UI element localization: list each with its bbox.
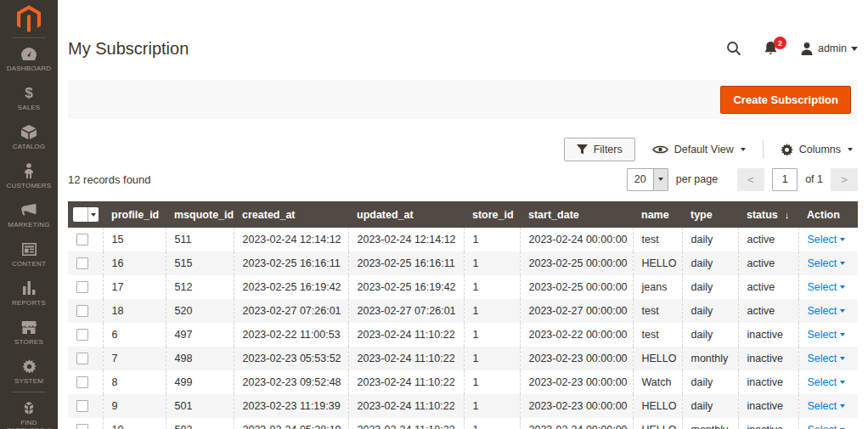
cell-profile_id: 6 <box>103 323 166 347</box>
app-root: DASHBOARD$SALESCATALOGCUSTOMERSMARKETING… <box>0 0 868 429</box>
columns-selector[interactable]: Columns <box>775 140 858 160</box>
cell-msquote_id: 520 <box>166 299 234 323</box>
row-checkbox[interactable] <box>76 424 88 429</box>
sidebar-item-label: DASHBOARD <box>7 65 51 72</box>
chevron-down-icon <box>840 357 845 360</box>
sidebar-item-content[interactable]: CONTENT <box>0 235 58 274</box>
cell-updated_at: 2023-02-27 07:26:01 <box>348 299 464 323</box>
sidebar-item-label: SYSTEM <box>14 377 43 385</box>
grid-controls: 12 records found 20 per page < of 1 > <box>68 164 858 195</box>
cell-created_at: 2023-02-22 11:00:53 <box>234 323 348 347</box>
select-all-dropdown[interactable] <box>73 207 99 222</box>
cell-checkbox <box>68 251 103 275</box>
per-page-select[interactable]: 20 <box>627 168 668 191</box>
cell-start_date: 2023-02-27 00:00:00 <box>520 299 633 323</box>
prev-page-button[interactable]: < <box>737 168 764 191</box>
cell-name: HELLO <box>633 347 682 370</box>
cell-type: daily <box>682 251 738 275</box>
sidebar-item-label: FIND PARTNERS & EXTENSIONS <box>2 419 56 429</box>
column-header-action[interactable]: Action <box>798 201 858 228</box>
cell-store_id: 1 <box>464 228 520 251</box>
notifications-button[interactable]: 2 <box>764 41 778 56</box>
cell-created_at: 2023-02-23 05:53:52 <box>234 347 348 370</box>
row-action-select[interactable]: Select <box>808 257 846 269</box>
sidebar-item-label: REPORTS <box>12 299 46 307</box>
column-header-name[interactable]: name <box>633 201 682 228</box>
cell-action: Select <box>798 394 858 418</box>
row-action-select[interactable]: Select <box>808 353 846 364</box>
row-action-select[interactable]: Select <box>808 400 846 412</box>
create-subscription-button[interactable]: Create Subscription <box>720 86 851 114</box>
row-action-select[interactable]: Select <box>808 234 846 246</box>
row-checkbox[interactable] <box>76 305 88 317</box>
cell-name: HELLO <box>633 418 682 429</box>
column-header-start_date[interactable]: start_date <box>520 201 633 228</box>
chevron-down-icon <box>840 381 845 384</box>
sidebar-item-reports[interactable]: REPORTS <box>0 274 58 313</box>
column-header-created_at[interactable]: created_at <box>234 201 348 228</box>
main-content: My Subscription 2 <box>58 0 868 429</box>
sidebar-item-sales[interactable]: $SALES <box>0 79 58 118</box>
filters-button[interactable]: Filters <box>564 138 635 161</box>
row-checkbox[interactable] <box>76 353 88 364</box>
chevron-down-icon <box>840 285 845 289</box>
row-checkbox[interactable] <box>76 329 88 341</box>
cell-created_at: 2023-02-24 12:14:12 <box>234 228 348 251</box>
admin-menu[interactable]: admin <box>800 42 858 55</box>
column-header-updated_at[interactable]: updated_at <box>348 201 464 228</box>
column-header-store_id[interactable]: store_id <box>464 201 520 228</box>
cell-store_id: 1 <box>464 323 520 347</box>
next-page-button[interactable]: > <box>831 168 858 191</box>
cell-created_at: 2023-02-24 05:28:19 <box>234 418 348 429</box>
subscriptions-table: profile_idmsquote_idcreated_atupdated_at… <box>68 201 858 429</box>
row-action-select[interactable]: Select <box>808 305 846 317</box>
sidebar-item-marketing[interactable]: MARKETING <box>0 196 58 235</box>
dashboard-icon <box>21 46 37 61</box>
current-page-input[interactable] <box>772 168 798 191</box>
cell-created_at: 2023-02-27 07:26:01 <box>234 299 348 323</box>
cell-action: Select <box>798 299 858 323</box>
content-icon <box>22 241 37 257</box>
cell-msquote_id: 515 <box>166 251 234 275</box>
sidebar-item-system[interactable]: SYSTEM <box>0 353 58 392</box>
cell-name: jeans <box>633 275 682 299</box>
search-button[interactable] <box>726 41 741 56</box>
chevron-down-icon <box>840 404 845 408</box>
sidebar-item-customers[interactable]: CUSTOMERS <box>0 157 58 196</box>
row-checkbox[interactable] <box>76 400 88 412</box>
chevron-down-icon <box>851 47 858 51</box>
sidebar-item-label: MARKETING <box>8 221 49 229</box>
row-action-select[interactable]: Select <box>808 329 846 341</box>
row-action-select[interactable]: Select <box>808 424 846 429</box>
table-row: 165152023-02-25 16:16:112023-02-25 16:16… <box>68 251 858 275</box>
cell-status: active <box>738 251 798 275</box>
column-header-type[interactable]: type <box>682 201 738 228</box>
cell-created_at: 2023-02-23 11:19:39 <box>234 394 348 418</box>
cell-msquote_id: 497 <box>166 323 234 347</box>
table-row: 95012023-02-23 11:19:392023-02-24 11:10:… <box>68 394 858 418</box>
per-page-value: 20 <box>628 169 653 190</box>
table-row: 64972023-02-22 11:00:532023-02-24 11:10:… <box>68 323 858 347</box>
view-selector[interactable]: Default View <box>647 140 751 159</box>
column-header-profile_id[interactable]: profile_id <box>103 201 166 228</box>
sidebar-item-find-partners[interactable]: FIND PARTNERS & EXTENSIONS <box>0 394 58 429</box>
sidebar-item-stores[interactable]: STORES <box>0 313 58 353</box>
row-checkbox[interactable] <box>76 281 88 293</box>
row-checkbox[interactable] <box>76 234 88 246</box>
row-action-select[interactable]: Select <box>808 376 846 388</box>
chevron-down-icon <box>653 169 668 190</box>
cell-action: Select <box>798 323 858 347</box>
cell-start_date: 2023-02-24 00:00:00 <box>520 228 633 251</box>
sidebar-item-dashboard[interactable]: DASHBOARD <box>0 40 58 79</box>
columns-label: Columns <box>799 144 841 155</box>
chevron-down-icon <box>840 238 845 241</box>
column-header-msquote_id[interactable]: msquote_id <box>166 201 234 228</box>
row-checkbox[interactable] <box>76 257 88 269</box>
row-checkbox[interactable] <box>76 376 88 388</box>
magento-logo[interactable] <box>0 0 58 37</box>
customers-icon <box>24 163 34 178</box>
sidebar-item-catalog[interactable]: CATALOG <box>0 118 58 157</box>
column-header-status[interactable]: status↓ <box>738 201 798 228</box>
chevron-down-icon <box>741 148 746 151</box>
row-action-select[interactable]: Select <box>808 281 846 293</box>
